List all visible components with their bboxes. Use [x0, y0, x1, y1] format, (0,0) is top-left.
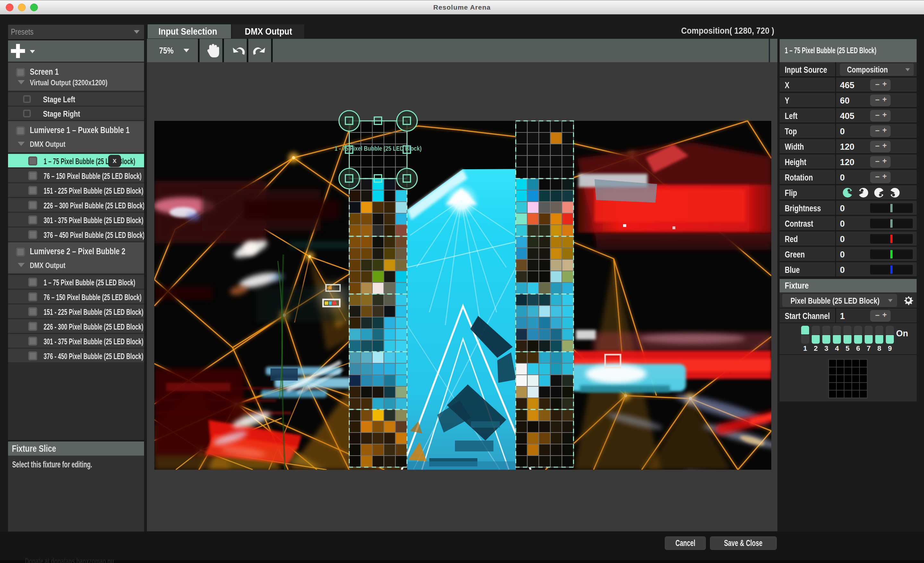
- svg-text:1 - 75 Pixel Bubble (25 LED Bl: 1 - 75 Pixel Bubble (25 LED Block): [334, 145, 422, 152]
